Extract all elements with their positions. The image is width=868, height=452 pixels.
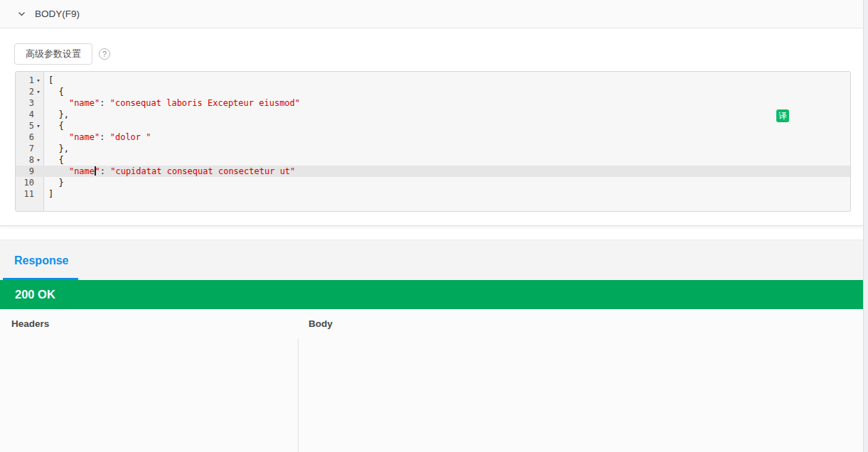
code-token: : bbox=[100, 166, 110, 176]
code-token: "name" bbox=[69, 98, 100, 108]
code-line[interactable]: 2▾ { bbox=[16, 86, 850, 97]
code-token: }, bbox=[48, 109, 69, 119]
code-token: "cupidatat consequat consectetur ut" bbox=[110, 166, 295, 176]
code-line[interactable]: 4 }, bbox=[16, 109, 850, 120]
code-token: }, bbox=[48, 144, 69, 154]
response-section: Response 200 OK Headers Body { "cookie":… bbox=[0, 240, 863, 452]
fold-spacer bbox=[34, 131, 43, 143]
code-token: "consequat laboris Excepteur eiusmod" bbox=[110, 98, 300, 108]
code-token: " bbox=[95, 166, 100, 176]
code-line[interactable]: 10 } bbox=[16, 177, 850, 188]
request-toolbar: 高级参数设置 ? bbox=[14, 43, 110, 65]
line-number: 7 bbox=[16, 143, 43, 154]
api-test-page: BODY(F9) 高级参数设置 ? 1▾[2▾ {3 "name": "cons… bbox=[0, 0, 868, 452]
code-token: } bbox=[48, 178, 64, 188]
response-tabbar: Response bbox=[0, 240, 863, 280]
code-line[interactable]: 11] bbox=[16, 188, 850, 200]
code-line[interactable]: 1▾[ bbox=[16, 75, 850, 86]
code-token bbox=[48, 166, 69, 176]
chevron-down-icon[interactable] bbox=[18, 10, 26, 18]
line-number: 3 bbox=[16, 97, 43, 109]
response-result-area: Headers Body bbox=[0, 309, 863, 452]
fold-arrow-icon[interactable]: ▾ bbox=[34, 120, 43, 131]
tab-response[interactable]: Response bbox=[14, 254, 68, 267]
fold-spacer bbox=[34, 177, 43, 188]
code-token: "dolor " bbox=[110, 132, 151, 142]
fold-spacer bbox=[34, 188, 43, 200]
help-icon[interactable]: ? bbox=[99, 48, 110, 60]
line-number: 6 bbox=[16, 131, 43, 143]
code-token: : bbox=[100, 132, 109, 142]
code-line[interactable]: 9 "name": "cupidatat consequat consectet… bbox=[16, 166, 850, 177]
fold-spacer bbox=[34, 109, 43, 120]
body-section-title: BODY(F9) bbox=[35, 9, 80, 19]
fold-arrow-icon[interactable]: ▾ bbox=[34, 86, 43, 97]
line-number: 10 bbox=[16, 177, 43, 188]
line-number: 8▾ bbox=[16, 154, 43, 166]
line-number: 4 bbox=[16, 109, 43, 120]
code-token: { bbox=[48, 87, 64, 97]
fold-spacer bbox=[34, 97, 43, 109]
code-token: "name bbox=[69, 166, 95, 176]
status-banner: 200 OK bbox=[0, 280, 863, 309]
code-line[interactable]: 7 }, bbox=[16, 143, 850, 154]
active-tab-indicator bbox=[3, 278, 78, 280]
page-scrollbar[interactable] bbox=[863, 0, 868, 452]
request-body-editor[interactable]: 1▾[2▾ {3 "name": "consequat laboris Exce… bbox=[15, 71, 851, 212]
fold-spacer bbox=[34, 166, 43, 177]
code-token bbox=[48, 132, 69, 142]
code-token: { bbox=[48, 121, 64, 131]
code-token: ] bbox=[48, 189, 53, 199]
code-line[interactable]: 5▾ { bbox=[16, 120, 850, 131]
fold-arrow-icon[interactable]: ▾ bbox=[34, 75, 43, 86]
body-collapse-header[interactable]: BODY(F9) bbox=[0, 0, 863, 28]
code-token: [ bbox=[48, 75, 53, 85]
code-token bbox=[48, 98, 69, 108]
body-label: Body bbox=[309, 318, 333, 329]
code-line[interactable]: 8▾ { bbox=[16, 154, 850, 166]
line-number: 2▾ bbox=[16, 86, 43, 97]
translate-badge-icon[interactable]: 译 bbox=[776, 109, 789, 122]
fold-arrow-icon[interactable]: ▾ bbox=[34, 154, 43, 166]
request-body-card: BODY(F9) 高级参数设置 ? 1▾[2▾ {3 "name": "cons… bbox=[0, 0, 863, 226]
code-token: : bbox=[100, 98, 109, 108]
line-number: 11 bbox=[16, 188, 43, 200]
headers-label: Headers bbox=[11, 318, 49, 329]
column-divider bbox=[298, 339, 299, 452]
code-line[interactable]: 6 "name": "dolor " bbox=[16, 131, 850, 143]
line-number: 9 bbox=[16, 166, 43, 177]
line-number: 1▾ bbox=[16, 75, 43, 86]
code-line[interactable]: 3 "name": "consequat laboris Excepteur e… bbox=[16, 97, 850, 109]
advanced-params-button[interactable]: 高级参数设置 bbox=[14, 43, 92, 65]
fold-spacer bbox=[34, 143, 43, 154]
code-token: "name" bbox=[69, 132, 100, 142]
code-token: { bbox=[48, 155, 64, 165]
line-number: 5▾ bbox=[16, 120, 43, 131]
